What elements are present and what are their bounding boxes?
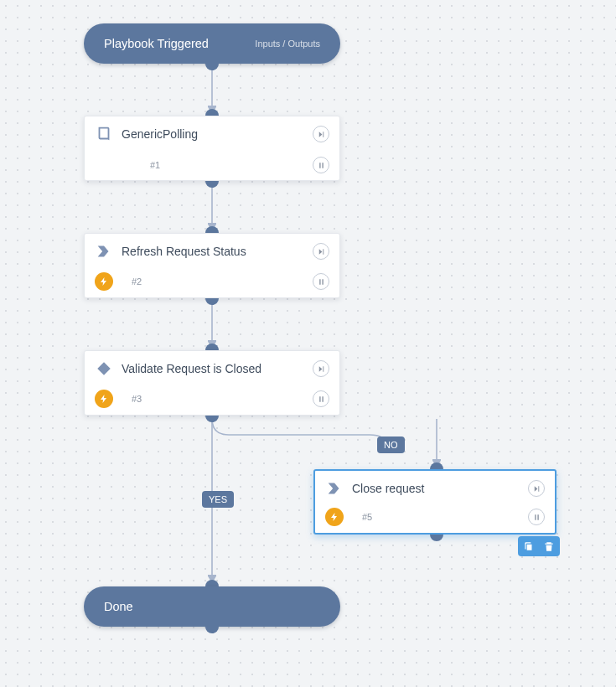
task-title: Refresh Request Status	[122, 245, 304, 258]
connector-knob	[430, 535, 443, 541]
skip-button[interactable]	[313, 126, 329, 142]
task-title: Close request	[352, 482, 520, 495]
bolt-icon	[95, 272, 113, 291]
done-node[interactable]: Done	[84, 586, 340, 627]
done-title: Done	[104, 600, 133, 613]
connector-knob	[205, 109, 219, 116]
diamond-icon	[95, 359, 113, 378]
connector-knob	[205, 416, 219, 422]
task-index: #1	[150, 160, 160, 170]
delete-button[interactable]	[541, 539, 556, 554]
skip-button[interactable]	[313, 243, 329, 260]
copy-button[interactable]	[521, 539, 536, 554]
task-index: #5	[362, 512, 372, 522]
playbook-canvas[interactable]: Playbook Triggered Inputs / Outputs Gene…	[0, 0, 616, 687]
connector-knob	[205, 298, 219, 305]
svg-rect-0	[97, 362, 111, 375]
book-icon	[95, 125, 113, 143]
task-title: GenericPolling	[122, 127, 304, 141]
pause-button[interactable]	[313, 273, 329, 290]
task-card[interactable]: Validate Request is Closed #3	[84, 350, 340, 416]
task-title: Validate Request is Closed	[122, 362, 304, 375]
branch-label-no[interactable]: NO	[377, 436, 405, 453]
connector-knob	[430, 462, 443, 469]
connector-knob	[205, 226, 219, 233]
connector-layer	[0, 0, 616, 687]
bolt-icon	[95, 390, 113, 408]
connector-knob	[205, 627, 219, 633]
pause-button[interactable]	[313, 390, 329, 407]
trigger-io-link[interactable]: Inputs / Outputs	[255, 39, 320, 49]
chevron-icon	[325, 479, 344, 498]
connector-knob	[205, 344, 219, 350]
task-index: #3	[132, 394, 142, 404]
trigger-node[interactable]: Playbook Triggered Inputs / Outputs	[84, 23, 340, 64]
skip-button[interactable]	[313, 360, 329, 377]
selection-toolbar	[518, 536, 560, 556]
chevron-icon	[95, 242, 113, 261]
branch-label-yes[interactable]: YES	[202, 491, 234, 508]
skip-button[interactable]	[528, 480, 545, 497]
connector-knob	[205, 181, 219, 188]
trigger-title: Playbook Triggered	[104, 37, 209, 50]
connector-knob	[205, 580, 219, 586]
task-card-selected[interactable]: Close request #5	[313, 469, 556, 535]
connector-knob	[205, 64, 219, 70]
pause-button[interactable]	[528, 509, 545, 525]
pause-button[interactable]	[313, 157, 329, 173]
task-index: #2	[132, 276, 142, 287]
bolt-icon	[325, 508, 344, 526]
task-card[interactable]: GenericPolling #1	[84, 116, 340, 181]
task-card[interactable]: Refresh Request Status #2	[84, 233, 340, 298]
